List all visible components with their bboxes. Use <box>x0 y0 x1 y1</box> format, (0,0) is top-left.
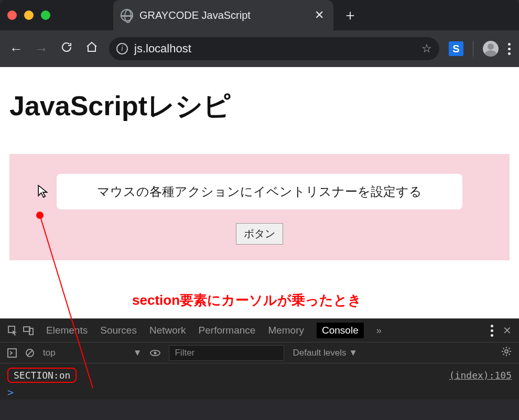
annotation-text: section要素にカーソルが乗ったとき <box>132 291 365 310</box>
console-filter-input[interactable]: Filter <box>169 345 284 361</box>
inspect-icon[interactable] <box>7 325 18 336</box>
console-output: SECTION:on (index):105 <box>0 363 519 385</box>
minimize-window-button[interactable] <box>24 10 34 20</box>
console-toolbar: top ▼ Filter Default levels ▼ <box>0 342 519 363</box>
console-log-source[interactable]: (index):105 <box>449 370 512 381</box>
browser-menu-button[interactable] <box>508 43 511 55</box>
demo-section[interactable]: マウスの各種アクションにイベントリスナーを設定する ボタン <box>9 154 510 260</box>
console-prompt[interactable]: > <box>0 385 519 400</box>
svg-point-8 <box>505 350 508 353</box>
svg-line-5 <box>27 350 33 356</box>
live-expression-icon[interactable] <box>150 348 160 358</box>
back-button[interactable]: ← <box>8 41 24 57</box>
demo-card: マウスの各種アクションにイベントリスナーを設定する <box>57 174 462 209</box>
forward-button[interactable]: → <box>34 41 49 57</box>
tab-console[interactable]: Console <box>317 323 364 338</box>
extension-badge[interactable]: S <box>449 41 463 56</box>
toolbar-separator <box>473 41 473 57</box>
window-titlebar: GRAYCODE JavaScript ✕ ＋ <box>0 0 519 30</box>
bookmark-star-icon[interactable]: ☆ <box>421 42 432 56</box>
devtools-panel: Elements Sources Network Performance Mem… <box>0 318 519 400</box>
browser-tab[interactable]: GRAYCODE JavaScript ✕ <box>113 0 333 30</box>
card-text: マウスの各種アクションにイベントリスナーを設定する <box>97 184 422 198</box>
home-button[interactable] <box>84 41 100 57</box>
context-label: top <box>43 348 56 358</box>
svg-point-7 <box>154 351 157 354</box>
url-text: js.localhost <box>134 42 415 56</box>
browser-toolbar: ← → i js.localhost ☆ S <box>0 30 519 67</box>
window-controls <box>7 10 50 20</box>
devtools-menu-button[interactable] <box>491 325 493 337</box>
profile-avatar[interactable] <box>483 41 499 57</box>
device-toggle-icon[interactable] <box>23 325 34 336</box>
site-info-icon[interactable]: i <box>116 43 128 54</box>
tabs-overflow-button[interactable]: » <box>376 325 382 336</box>
close-tab-button[interactable]: ✕ <box>315 8 324 22</box>
log-levels-selector[interactable]: Default levels ▼ <box>293 348 358 358</box>
tab-memory[interactable]: Memory <box>268 325 304 336</box>
page-heading: JavaScriptレシピ <box>9 88 510 125</box>
tab-performance[interactable]: Performance <box>199 325 256 336</box>
clear-console-icon[interactable] <box>25 348 35 358</box>
fullscreen-window-button[interactable] <box>41 10 50 20</box>
tab-elements[interactable]: Elements <box>46 325 88 336</box>
execution-context-selector[interactable]: top ▼ <box>43 348 142 358</box>
address-bar[interactable]: i js.localhost ☆ <box>109 37 439 60</box>
new-tab-button[interactable]: ＋ <box>343 5 358 25</box>
page-content: JavaScriptレシピ マウスの各種アクションにイベントリスナーを設定する … <box>0 67 519 318</box>
reload-button[interactable] <box>59 41 74 57</box>
annotation-dot <box>36 212 44 219</box>
globe-icon <box>121 9 133 21</box>
cursor-icon <box>37 184 50 198</box>
close-window-button[interactable] <box>7 10 17 20</box>
tab-network[interactable]: Network <box>149 325 186 336</box>
demo-button[interactable]: ボタン <box>236 223 283 245</box>
devtools-close-button[interactable]: ✕ <box>503 324 512 337</box>
console-log-message: SECTION:on <box>7 368 77 383</box>
console-settings-icon[interactable] <box>501 346 512 357</box>
console-sidebar-icon[interactable] <box>7 348 17 358</box>
tab-sources[interactable]: Sources <box>100 325 137 336</box>
tab-title: GRAYCODE JavaScript <box>139 9 308 21</box>
